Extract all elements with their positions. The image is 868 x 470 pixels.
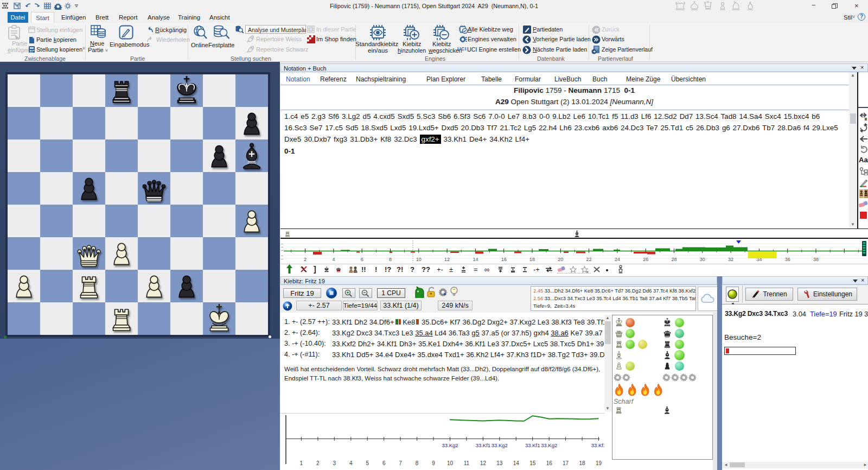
svg-text:36: 36 (785, 257, 790, 262)
svg-text:13: 13 (496, 460, 503, 466)
svg-text:20: 20 (558, 257, 563, 262)
svg-text:33.Kg2: 33.Kg2 (541, 442, 557, 448)
svg-text:19: 19 (596, 460, 602, 466)
svg-text:33.Kg2: 33.Kg2 (492, 442, 508, 448)
svg-text:17: 17 (563, 460, 569, 466)
svg-text:18: 18 (529, 257, 535, 262)
svg-text:11: 11 (464, 460, 470, 466)
svg-text:6: 6 (382, 460, 386, 466)
svg-text:16: 16 (546, 460, 553, 466)
svg-text:6: 6 (361, 257, 363, 262)
svg-text:12: 12 (480, 460, 487, 466)
svg-text:24: 24 (615, 257, 620, 262)
svg-text:10: 10 (447, 460, 454, 466)
svg-text:12: 12 (444, 257, 450, 262)
svg-text:14: 14 (513, 460, 520, 466)
svg-text:22: 22 (586, 257, 592, 262)
svg-text:10: 10 (416, 257, 422, 262)
svg-text:1: 1 (300, 460, 303, 466)
svg-text:38: 38 (813, 257, 819, 262)
svg-text:4: 4 (349, 460, 353, 466)
svg-text:4: 4 (332, 257, 335, 262)
svg-text:3: 3 (333, 460, 336, 466)
svg-text:5: 5 (366, 460, 369, 466)
svg-text:2: 2 (316, 460, 320, 466)
svg-text:28: 28 (671, 257, 676, 262)
svg-text:9: 9 (432, 460, 435, 466)
svg-text:33.Kf1: 33.Kf1 (476, 442, 490, 448)
svg-text:26: 26 (643, 257, 648, 262)
svg-text:33.Kf1: 33.Kf1 (591, 442, 604, 448)
svg-text:15: 15 (529, 460, 536, 466)
svg-text:7: 7 (399, 460, 402, 466)
svg-text:2: 2 (304, 257, 307, 262)
svg-text:14: 14 (473, 257, 478, 262)
svg-text:33.Kf1: 33.Kf1 (525, 442, 540, 448)
svg-text:18: 18 (579, 460, 586, 466)
svg-text:8: 8 (389, 257, 392, 262)
svg-text:8: 8 (416, 460, 419, 466)
svg-text:33.Kg2: 33.Kg2 (442, 442, 458, 448)
svg-text:30: 30 (700, 257, 705, 262)
svg-text:16: 16 (501, 257, 507, 262)
svg-text:32: 32 (728, 257, 733, 262)
